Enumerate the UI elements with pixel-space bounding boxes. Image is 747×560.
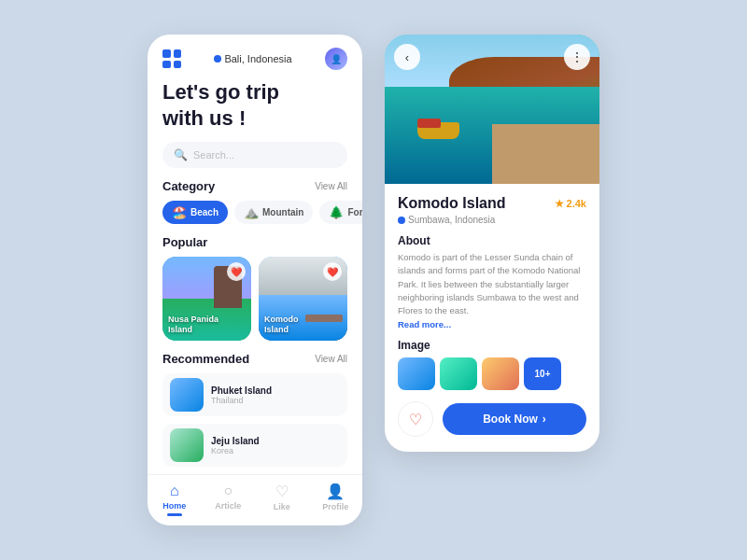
popular-card-nusa[interactable]: ❤️ Nusa PanidaIsland [162,257,251,341]
nusa-label: Nusa PanidaIsland [168,315,218,335]
hero-title-line1: Let's go trip [162,80,279,104]
phuket-thumb [170,378,204,412]
favorite-button[interactable]: ♡ [398,401,433,437]
image-thumb-1[interactable] [398,357,435,390]
recommended-title: Recommended [162,352,249,366]
detail-title-row: Komodo Island ★ 2.4k [398,195,586,212]
search-bar[interactable]: 🔍 Search... [162,142,347,168]
forest-icon: 🌲 [329,205,344,219]
jeju-country: Korea [211,446,340,455]
category-view-all[interactable]: View All [315,181,347,191]
star-icon: ★ [555,198,564,210]
image-thumb-more[interactable]: 10+ [524,357,561,390]
category-mountain-button[interactable]: ⛰️ Mountain [234,201,313,224]
boat-top-layer [417,119,441,128]
detail-title: Komodo Island [398,195,506,212]
phuket-info: Phuket Island Thailand [211,385,340,405]
hero-title-line2: with us ! [162,106,246,130]
more-icon: ⋮ [571,50,584,63]
recommended-view-all[interactable]: View All [315,354,347,364]
jeju-thumb [170,428,204,462]
profile-label: Profile [322,502,348,511]
read-more-link[interactable]: Read more... [398,319,586,329]
jeju-info: Jeju Island Korea [211,436,340,455]
grid-icon[interactable] [162,49,181,68]
bottom-nav: ⌂ Home ○ Article ♡ Like 👤 Profile [148,474,362,525]
rating-badge: ★ 2.4k [555,198,586,210]
dock-layer [492,124,599,184]
rec-row: Phuket Island Thailand Jeju Island Korea [162,373,347,474]
more-button[interactable]: ⋮ [564,44,590,70]
komodo-label: KomodoIsland [264,315,299,335]
image-section-title: Image [398,339,586,352]
popular-card-komodo[interactable]: ❤️ KomodoIsland [259,257,347,341]
like-icon: ♡ [275,483,289,500]
detail-location-text: Sumbawa, Indonesia [408,215,495,225]
hero-image-area: ‹ ⋮ [385,35,599,184]
jeju-name: Jeju Island [211,436,340,446]
article-icon: ○ [223,483,233,499]
image-thumbs-row: 10+ [398,357,586,390]
home-icon: ⌂ [170,483,179,499]
phuket-name: Phuket Island [211,385,340,396]
image-thumb-2[interactable] [440,357,477,390]
location-text: Bali, Indonesia [224,53,291,64]
profile-icon: 👤 [326,483,345,500]
book-now-button[interactable]: Book Now › [443,403,586,435]
forest-label: Forest [347,207,362,217]
search-input-placeholder: Search... [193,149,234,161]
back-icon: ‹ [405,50,409,64]
location-dot-icon [398,217,405,224]
beach-icon: 🏖️ [172,205,187,219]
article-label: Article [215,501,241,511]
right-card: ‹ ⋮ Komodo Island ★ 2.4k Sumbawa, Indone… [385,35,599,452]
image-thumb-3[interactable] [482,357,519,390]
popular-section-header: Popular [162,235,347,249]
book-now-arrow-icon: › [543,413,546,426]
location-pill: Bali, Indonesia [214,53,291,64]
mountain-label: Mountain [262,207,303,217]
detail-location: Sumbawa, Indonesia [398,215,586,225]
left-card: Bali, Indonesia 👤 Let's go trip with us … [148,35,362,525]
like-label: Like [274,502,290,511]
popular-grid: ❤️ Nusa PanidaIsland ❤️ KomodoIsland [162,257,347,341]
category-beach-button[interactable]: 🏖️ Beach [162,201,228,224]
about-text: Komodo is part of the Lesser Sunda chain… [398,251,586,317]
category-section-header: Category View All [162,179,347,193]
rec-card-phuket[interactable]: Phuket Island Thailand [162,373,347,416]
rec-card-jeju[interactable]: Jeju Island Korea [162,424,347,467]
back-button[interactable]: ‹ [394,44,420,70]
rating-value: 2.4k [567,198,586,209]
recommended-section-header: Recommended View All [162,352,347,366]
category-row: 🏖️ Beach ⛰️ Mountain 🌲 Forest [162,201,347,224]
category-title: Category [162,179,215,193]
nav-like[interactable]: ♡ Like [255,483,309,516]
location-dot-icon [214,55,221,63]
bottom-actions: ♡ Book Now › [398,401,586,441]
detail-body: Komodo Island ★ 2.4k Sumbawa, Indonesia … [385,184,599,452]
home-label: Home [162,501,186,511]
about-title: About [398,234,586,247]
beach-label: Beach [190,207,218,217]
category-forest-button[interactable]: 🌲 Forest [319,201,362,224]
mountain-icon: ⛰️ [244,205,259,219]
phuket-country: Thailand [211,396,340,405]
nav-article[interactable]: ○ Article [202,483,256,516]
nav-active-indicator [167,513,182,516]
hero-title: Let's go trip with us ! [162,79,347,131]
komodo-heart-icon[interactable]: ❤️ [323,262,342,281]
nav-profile[interactable]: 👤 Profile [309,483,363,516]
nav-home[interactable]: ⌂ Home [148,483,202,516]
book-now-label: Book Now [483,413,538,426]
search-icon: 🔍 [174,148,188,161]
top-bar: Bali, Indonesia 👤 [162,48,347,70]
screens-container: Bali, Indonesia 👤 Let's go trip with us … [148,35,599,525]
nusa-heart-icon[interactable]: ❤️ [227,262,246,281]
avatar[interactable]: 👤 [325,48,347,70]
popular-title: Popular [162,235,207,249]
